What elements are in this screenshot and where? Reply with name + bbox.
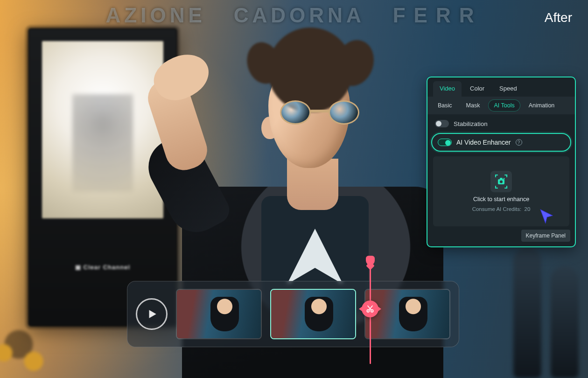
timeline-bar bbox=[127, 281, 459, 347]
stabilization-label: Stabilization bbox=[454, 120, 488, 127]
timeline-clip[interactable] bbox=[364, 289, 450, 339]
play-icon bbox=[146, 308, 158, 320]
camera-enhance-icon bbox=[494, 174, 509, 189]
stage: AZIONECADORNAFERR ▣ Clear Channel After … bbox=[0, 0, 588, 378]
tab-mask[interactable]: Mask bbox=[461, 99, 486, 112]
svg-rect-1 bbox=[500, 178, 503, 180]
background-pedestrian bbox=[513, 247, 541, 378]
tab-basic[interactable]: Basic bbox=[432, 99, 458, 112]
enhance-credits: Consume AI Credits: 20 bbox=[472, 206, 531, 212]
ai-video-enhancer-toggle[interactable] bbox=[438, 139, 452, 146]
enhance-caption: Click to start enhance bbox=[473, 196, 529, 203]
tab-animation[interactable]: Animation bbox=[523, 99, 560, 112]
sunglasses-icon bbox=[280, 100, 359, 126]
tab-ai-tools[interactable]: AI Tools bbox=[488, 99, 520, 112]
tab-color[interactable]: Color bbox=[463, 81, 491, 97]
tab-speed[interactable]: Speed bbox=[493, 81, 524, 97]
timeline-clip[interactable] bbox=[176, 289, 262, 339]
background-bikes bbox=[0, 294, 56, 378]
svg-point-2 bbox=[500, 181, 503, 183]
panel-sub-tabs: Basic Mask AI Tools Animation bbox=[427, 97, 575, 114]
play-button[interactable] bbox=[136, 298, 168, 330]
ai-video-enhancer-label: AI Video Enhancer bbox=[456, 139, 511, 146]
comparison-label: After bbox=[545, 10, 572, 25]
timeline-clip[interactable] bbox=[270, 289, 356, 339]
tab-video[interactable]: Video bbox=[433, 81, 462, 97]
help-icon[interactable]: ? bbox=[516, 139, 522, 146]
enhance-box: Click to start enhance Consume AI Credit… bbox=[433, 156, 569, 226]
panel-top-tabs: Video Color Speed bbox=[427, 77, 575, 97]
ai-video-enhancer-row: AI Video Enhancer ? bbox=[431, 133, 571, 152]
properties-panel: Video Color Speed Basic Mask AI Tools An… bbox=[427, 77, 576, 247]
stabilization-row: Stabilization bbox=[427, 114, 575, 133]
keyframe-panel-button[interactable]: Keyframe Panel bbox=[521, 230, 570, 242]
stabilization-toggle[interactable] bbox=[435, 120, 449, 127]
start-enhance-button[interactable] bbox=[490, 171, 512, 192]
background-pedestrian bbox=[551, 266, 579, 378]
svg-point-3 bbox=[504, 178, 505, 180]
